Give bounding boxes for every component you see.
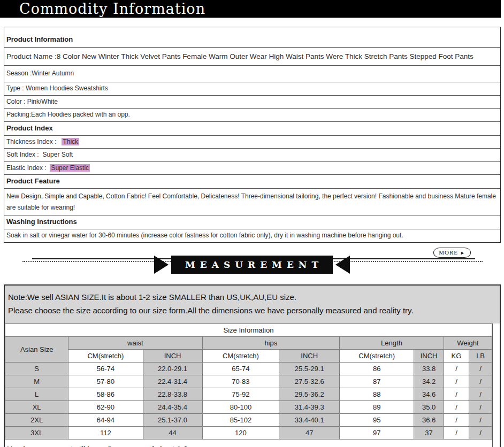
size-value-cell: 31.4-39.3	[279, 400, 340, 413]
size-value-cell: /	[444, 388, 469, 400]
size-table-wrap: Size InformationAsian SizewaisthipsLengt…	[5, 323, 493, 447]
size-value-cell: 33.8	[414, 362, 444, 375]
sub-header: INCH	[143, 349, 202, 362]
sub-header: CM(stretch)	[340, 349, 414, 362]
thickness-index-label: Thickness Index :	[6, 138, 62, 145]
table-title-row: Size Information	[5, 323, 492, 336]
size-value-cell: 33.4-40.1	[279, 413, 340, 426]
size-value-cell: 97	[340, 426, 414, 439]
size-value-cell: 29.5-36.2	[279, 388, 340, 400]
ribbon-right-arrow-icon	[335, 256, 350, 274]
size-section: Note:We sell ASIAN SIZE.It is about 1-2 …	[4, 284, 501, 447]
size-value-cell: 70-83	[202, 375, 279, 388]
sub-header: INCH	[414, 349, 444, 362]
size-value-cell: 44	[143, 426, 202, 439]
size-value-cell: /	[444, 362, 469, 375]
product-info-box: Product Information Product Name :8 Colo…	[4, 27, 501, 243]
group-header-hips: hips	[202, 336, 340, 349]
size-value-cell: 22.4-31.4	[143, 375, 202, 388]
size-value-cell: 22.8-33.8	[143, 388, 202, 400]
size-value-cell: /	[444, 413, 469, 426]
asian-size-header: Asian Size	[5, 336, 68, 362]
group-header-waist: waist	[68, 336, 202, 349]
size-value-cell: 25.1-37.0	[143, 413, 202, 426]
size-value-cell: 85-102	[202, 413, 279, 426]
thickness-index-row: Thickness Index : Thick	[4, 136, 500, 149]
measurement-discrepancy-note: Hand measurement will have discrepancy o…	[7, 445, 490, 447]
size-value-cell: 57-80	[68, 375, 143, 388]
size-value-cell: 87	[340, 375, 414, 388]
size-value-cell: 95	[340, 413, 414, 426]
size-value-cell: 64-94	[68, 413, 143, 426]
size-value-cell: 89	[340, 400, 414, 413]
size-value-cell: /	[469, 388, 492, 400]
section-header-product-information: Product Information	[4, 27, 500, 48]
size-label: 3XL	[5, 426, 68, 439]
size-value-cell: 22.0-29.1	[143, 362, 202, 375]
size-label: 2XL	[5, 413, 68, 426]
soft-index-value: Super Soft	[42, 151, 73, 158]
sub-header: KG	[444, 349, 469, 362]
size-value-cell: /	[469, 426, 492, 439]
table-row: XL62-9024.4-35.480-10031.4-39.38935.0//	[5, 400, 492, 413]
size-table-footer: Hand measurement will have discrepancy o…	[5, 440, 492, 447]
section-header-product-feature: Product Feature	[4, 175, 500, 189]
measurement-title: MEASUREMENT	[171, 256, 333, 274]
size-value-cell: 24.4-35.4	[143, 400, 202, 413]
section-header-washing-instructions: Washing Instructions	[4, 215, 500, 229]
size-value-cell: 56-74	[68, 362, 143, 375]
size-value-cell: /	[469, 362, 492, 375]
size-label: S	[5, 362, 68, 375]
section-header-product-index: Product Index	[4, 122, 500, 136]
size-value-cell: 65-74	[202, 362, 279, 375]
group-header-row: Asian SizewaisthipsLengthWeight	[5, 336, 492, 349]
size-value-cell: 34.6	[414, 388, 444, 400]
size-note-line2: Please choose the size according to our …	[8, 306, 497, 315]
size-value-cell: 27.5-32.6	[279, 375, 340, 388]
page-title-banner: Commodity Information	[0, 0, 501, 18]
table-row: M57-8022.4-31.470-8327.5-32.68734.2//	[5, 375, 492, 388]
type-row: Type : Women Hoodies Sweatshirts	[4, 82, 500, 96]
sub-header-row: CM(stretch)INCHCM(stretch)INCHCM(stretch…	[5, 349, 492, 362]
sub-header: CM(stretch)	[68, 349, 143, 362]
size-value-cell: /	[469, 413, 492, 426]
size-value-cell: 25.5-29.1	[279, 362, 340, 375]
size-value-cell: 47	[279, 426, 340, 439]
measurement-ribbon: MEASUREMENT	[0, 256, 504, 274]
soft-index-label: Soft Index :	[6, 151, 42, 158]
size-info-title: Size Information	[5, 323, 492, 336]
group-header-weight: Weight	[444, 336, 492, 349]
sub-header: INCH	[279, 349, 340, 362]
page-title: Commodity Information	[0, 1, 205, 17]
product-name-row: Product Name :8 Color New Winter Thick V…	[4, 48, 500, 66]
soft-index-row: Soft Index : Super Soft	[4, 149, 500, 162]
ribbon-left-arrow-icon	[154, 256, 169, 274]
size-value-cell: 80-100	[202, 400, 279, 413]
size-value-cell: 37	[414, 426, 444, 439]
packing-row: Packing:Each Hoodies packed with an opp.	[4, 109, 500, 122]
product-feature-text: New Design, Simple and Capable, Cotton F…	[4, 189, 500, 215]
group-header-length: Length	[340, 336, 444, 349]
size-note-line1: Note:We sell ASIAN SIZE.It is about 1-2 …	[8, 292, 497, 302]
color-row: Color : Pink/White	[4, 96, 500, 109]
size-label: L	[5, 388, 68, 400]
elastic-index-value: Super Elastic	[50, 164, 90, 172]
sub-header: LB	[469, 349, 492, 362]
elastic-index-label: Elastic Index :	[6, 164, 50, 172]
more-arrow-icon: ►	[460, 250, 465, 256]
size-label: XL	[5, 400, 68, 413]
size-value-cell: 58-86	[68, 388, 143, 400]
size-value-cell: 75-92	[202, 388, 279, 400]
size-value-cell: /	[444, 375, 469, 388]
size-note: Note:We sell ASIAN SIZE.It is about 1-2 …	[5, 286, 500, 323]
size-value-cell: /	[469, 400, 492, 413]
size-value-cell: 34.2	[414, 375, 444, 388]
table-row: L58-8622.8-33.875-9229.5-36.28834.6//	[5, 388, 492, 400]
measurement-divider-zone: MORE► MEASUREMENT	[0, 243, 504, 274]
size-table: Size InformationAsian SizewaisthipsLengt…	[5, 323, 492, 440]
elastic-index-row: Elastic Index : Super Elastic	[4, 162, 500, 175]
size-value-cell: 36.6	[414, 413, 444, 426]
thickness-index-value: Thick	[62, 138, 79, 145]
size-label: M	[5, 375, 68, 388]
size-value-cell: /	[469, 375, 492, 388]
